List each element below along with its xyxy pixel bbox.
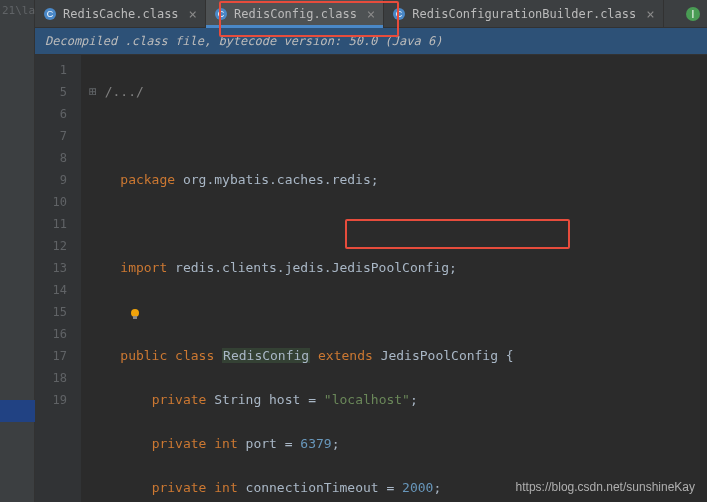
lineno: 15 — [39, 301, 67, 323]
close-icon[interactable]: × — [367, 6, 375, 22]
lineno: 7 — [39, 125, 67, 147]
tab-label: RedisConfig.class — [234, 7, 357, 21]
project-gutter: 21\la — [0, 0, 35, 502]
tab-redis-cache[interactable]: C RedisCache.class × — [35, 0, 206, 27]
close-icon[interactable]: × — [189, 6, 197, 22]
close-icon[interactable]: × — [646, 6, 654, 22]
code-line: import redis.clients.jedis.JedisPoolConf… — [89, 257, 707, 279]
code-line: ⊞ /.../ — [89, 81, 707, 103]
code-line: package org.mybatis.caches.redis; — [89, 169, 707, 191]
line-numbers: 1 5 6 7 8 9 10 11 12 13 14 15 16 17 18 1… — [35, 55, 81, 502]
lineno: 18 — [39, 367, 67, 389]
code-line: private int port = 6379; — [89, 433, 707, 455]
lineno: 14 — [39, 279, 67, 301]
code-line — [89, 301, 707, 323]
tab-redis-config[interactable]: C RedisConfig.class × — [206, 0, 384, 27]
tab-redis-configuration-builder[interactable]: C RedisConfigurationBuilder.class × — [384, 0, 663, 27]
code-line — [89, 213, 707, 235]
code-content[interactable]: ⊞ /.../ package org.mybatis.caches.redis… — [81, 55, 707, 502]
gutter-highlight — [0, 400, 35, 422]
lineno: 6 — [39, 103, 67, 125]
lineno: 12 — [39, 235, 67, 257]
tab-label: RedisConfigurationBuilder.class — [412, 7, 636, 21]
intention-bulb-icon[interactable] — [128, 306, 142, 320]
lineno: 19 — [39, 389, 67, 411]
code-editor[interactable]: 1 5 6 7 8 9 10 11 12 13 14 15 16 17 18 1… — [35, 55, 707, 502]
svg-text:I: I — [692, 9, 695, 20]
decompile-notice: Decompiled .class file, bytecode version… — [35, 28, 707, 55]
svg-text:C: C — [47, 9, 54, 19]
lineno: 10 — [39, 191, 67, 213]
lineno: 11 — [39, 213, 67, 235]
tab-label: RedisCache.class — [63, 7, 179, 21]
class-file-icon: C — [392, 7, 406, 21]
lineno: 17 — [39, 345, 67, 367]
gutter-text: 21\la — [0, 0, 34, 21]
code-line — [89, 125, 707, 147]
svg-rect-9 — [133, 316, 137, 319]
editor-tabbar: C RedisCache.class × C RedisConfig.class… — [35, 0, 707, 28]
lineno: 5 — [39, 81, 67, 103]
svg-text:C: C — [396, 9, 403, 19]
lineno: 13 — [39, 257, 67, 279]
lineno: 8 — [39, 147, 67, 169]
fold-icon[interactable]: ⊞ — [89, 84, 105, 99]
lineno: 1 — [39, 59, 67, 81]
lineno: 16 — [39, 323, 67, 345]
indexing-icon: I — [685, 6, 701, 22]
lineno: 9 — [39, 169, 67, 191]
code-line: public class RedisConfig extends JedisPo… — [89, 345, 707, 367]
svg-text:C: C — [218, 9, 225, 19]
svg-point-8 — [131, 309, 139, 317]
code-line: private String host = "localhost"; — [89, 389, 707, 411]
watermark-text: https://blog.csdn.net/sunshineKay — [516, 480, 695, 494]
class-file-icon: C — [43, 7, 57, 21]
class-file-icon: C — [214, 7, 228, 21]
